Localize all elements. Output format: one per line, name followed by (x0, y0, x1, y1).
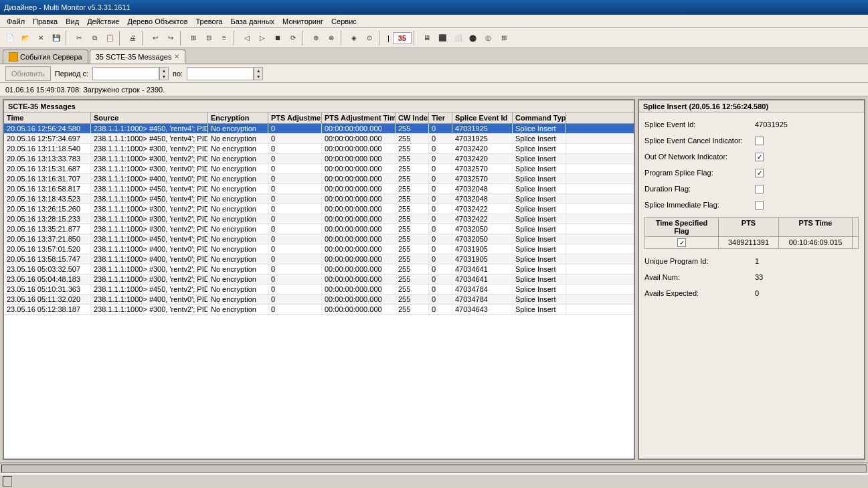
toolbar-close[interactable]: ✕ (33, 31, 48, 46)
toolbar-print[interactable]: 🖨 (125, 31, 140, 46)
menu-tree[interactable]: Дерево Объектов (123, 16, 191, 27)
toolbar-btn11[interactable]: ⊙ (362, 31, 377, 46)
period-to-input[interactable] (187, 67, 254, 80)
td-cmd-type: Splice Insert (513, 204, 566, 214)
table-row[interactable]: 20.05.16 13:58:15.747 238.1.1.1:1000> #4… (4, 254, 634, 264)
program-splice-checkbox[interactable]: ✓ (755, 169, 764, 177)
toolbar-cut[interactable]: ✂ (72, 31, 86, 46)
period-from-up[interactable]: ▲ (160, 68, 168, 74)
menu-alarm[interactable]: Тревога (191, 16, 226, 27)
period-from-spinner[interactable]: ▲ ▼ (159, 67, 169, 80)
tab-server-events[interactable]: События Сервера (3, 50, 88, 64)
toolbar-copy[interactable]: ⧉ (87, 31, 102, 46)
td-cw: 255 (396, 295, 429, 304)
period-from-down[interactable]: ▼ (160, 74, 168, 80)
td-pts-adj-time: 00:00:00:000.000 (322, 164, 396, 173)
table-row[interactable]: 20.05.16 13:16:58.817 238.1.1.1:1000> #4… (4, 184, 634, 194)
tab-scte35-close[interactable]: ✕ (174, 53, 179, 60)
table-row[interactable]: 20.05.16 13:35:21.877 238.1.1.1:1000> #3… (4, 224, 634, 234)
toolbar-btn3[interactable]: ≡ (217, 31, 232, 46)
toolbar-monitor4[interactable]: ⬤ (466, 31, 481, 46)
scrollbar-track[interactable] (1, 465, 867, 473)
toolbar-monitor2[interactable]: ⬛ (435, 31, 450, 46)
toolbar-btn6[interactable]: ⏹ (270, 31, 285, 46)
table-row[interactable]: 20.05.16 13:11:18.540 238.1.1.1:1000> #3… (4, 144, 634, 154)
th-splice-id: Splice Event Id (452, 112, 513, 123)
toolbar-btn4[interactable]: ◁ (240, 31, 254, 46)
splice-cancel-checkbox[interactable] (755, 137, 764, 145)
toolbar-open[interactable]: 📂 (18, 31, 33, 46)
toolbar-monitor1[interactable]: 🖥 (420, 31, 434, 46)
toolbar-paste[interactable]: 📋 (102, 31, 117, 46)
bottom-scrollbar[interactable] (0, 463, 868, 473)
td-tier: 0 (429, 284, 452, 294)
table-row[interactable]: 20.05.16 13:15:31.687 238.1.1.1:1000> #3… (4, 164, 634, 174)
table-row[interactable]: 20.05.16 13:13:33.783 238.1.1.1:1000> #3… (4, 154, 634, 164)
td-time: 20.05.16 12:56:24.580 (4, 124, 91, 133)
table-row[interactable]: 20.05.16 13:57:01.520 238.1.1.1:1000> #4… (4, 244, 634, 254)
toolbar-btn1[interactable]: ⊞ (186, 31, 201, 46)
toolbar-btn8[interactable]: ⊕ (309, 31, 323, 46)
menu-monitoring[interactable]: Мониторинг (278, 16, 327, 27)
period-to-spinner[interactable]: ▲ ▼ (254, 67, 263, 80)
menu-action[interactable]: Действие (83, 16, 123, 27)
period-to-label: по: (173, 70, 183, 78)
toolbar-number-input[interactable] (393, 32, 412, 44)
inner-td-pts: 3489211391 (719, 237, 779, 248)
table-row[interactable]: 20.05.16 12:57:34.697 238.1.1.1:1000> #4… (4, 134, 634, 144)
inner-tsf-checkbox[interactable]: ✓ (677, 238, 686, 247)
toolbar-monitor5[interactable]: ◎ (481, 31, 496, 46)
td-cw: 255 (396, 184, 429, 193)
table-row[interactable]: 20.05.16 13:26:15.260 238.1.1.1:1000> #3… (4, 204, 634, 214)
td-time: 23.05.16 05:03:32.507 (4, 264, 91, 274)
td-pts-adj: 0 (268, 234, 322, 244)
td-time: 20.05.16 13:13:33.783 (4, 154, 91, 163)
toolbar-save[interactable]: 💾 (49, 31, 64, 46)
menu-file[interactable]: Файл (3, 16, 29, 27)
table-row[interactable]: 20.05.16 13:16:31.707 238.1.1.1:1000> #4… (4, 174, 634, 184)
table-row[interactable]: 20.05.16 12:56:24.580 238.1.1.1:1000> #4… (4, 124, 634, 134)
menu-service[interactable]: Сервис (327, 16, 361, 27)
td-tier: 0 (429, 214, 452, 224)
toolbar-btn9[interactable]: ⊗ (324, 31, 339, 46)
table-row[interactable]: 23.05.16 05:04:48.183 238.1.1.1:1000> #3… (4, 274, 634, 284)
duration-flag-checkbox[interactable] (755, 185, 764, 193)
table-row[interactable]: 23.05.16 05:11:32.020 238.1.1.1:1000> #4… (4, 295, 634, 305)
toolbar-btn10[interactable]: ◈ (347, 31, 361, 46)
td-cw: 255 (396, 224, 429, 234)
table-row[interactable]: 20.05.16 13:28:15.233 238.1.1.1:1000> #3… (4, 214, 634, 224)
menu-view[interactable]: Вид (62, 16, 83, 27)
out-of-network-checkbox[interactable]: ✓ (755, 153, 764, 161)
td-cmd-type: Splice Insert (513, 254, 566, 264)
td-tier: 0 (429, 134, 452, 143)
table-row[interactable]: 20.05.16 13:18:43.523 238.1.1.1:1000> #4… (4, 194, 634, 204)
toolbar-monitor3[interactable]: ⬜ (450, 31, 465, 46)
toolbar-new[interactable]: 📄 (3, 31, 17, 46)
status-segment (3, 476, 12, 487)
toolbar-btn2[interactable]: ⊟ (201, 31, 216, 46)
period-to-up[interactable]: ▲ (254, 68, 262, 74)
td-pts-adj: 0 (268, 214, 322, 224)
period-to-down[interactable]: ▼ (254, 74, 262, 80)
table-row[interactable]: 23.05.16 05:10:31.363 238.1.1.1:1000> #4… (4, 284, 634, 295)
td-encrypt: No encryption (208, 254, 268, 264)
toolbar-monitor6[interactable]: ⊞ (497, 31, 511, 46)
refresh-button[interactable]: Обновить (5, 66, 51, 81)
table-row[interactable]: 20.05.16 13:37:21.850 238.1.1.1:1000> #4… (4, 234, 634, 244)
menu-edit[interactable]: Правка (29, 16, 62, 27)
splice-immediate-checkbox[interactable] (755, 201, 764, 210)
td-cw: 255 (396, 204, 429, 214)
table-row[interactable]: 23.05.16 05:03:32.507 238.1.1.1:1000> #3… (4, 264, 634, 274)
td-pts-adj: 0 (268, 154, 322, 163)
toolbar-undo[interactable]: ↩ (148, 31, 163, 46)
toolbar-redo[interactable]: ↪ (163, 31, 178, 46)
table-row[interactable]: 23.05.16 05:12:38.187 238.1.1.1:1000> #3… (4, 305, 634, 315)
toolbar-btn5[interactable]: ▷ (255, 31, 270, 46)
toolbar-btn7[interactable]: ⟳ (286, 31, 300, 46)
td-cmd-type: Splice Insert (513, 184, 566, 193)
tab-scte35[interactable]: 35 SCTE-35 Messages ✕ (90, 50, 186, 64)
td-tier: 0 (429, 194, 452, 204)
menu-db[interactable]: База данных (227, 16, 279, 27)
right-panel-title: Splice Insert (20.05.16 12:56:24.580) (643, 102, 768, 110)
period-from-input[interactable] (92, 67, 159, 80)
